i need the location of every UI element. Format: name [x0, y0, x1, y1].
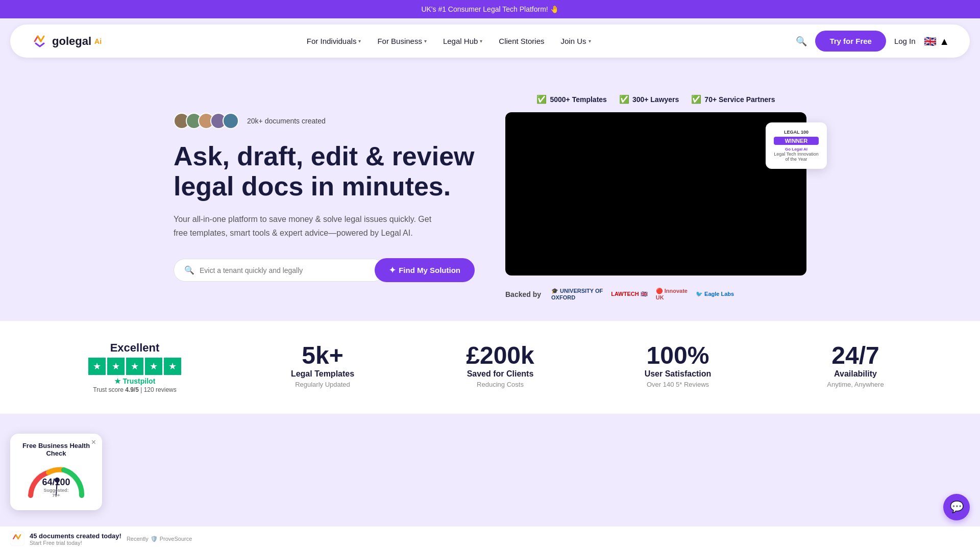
stat-label-availability: Availability — [815, 369, 896, 379]
search-bar: 🔍 ✦ Find My Solution — [174, 258, 475, 282]
docs-created-text: 20k+ documents created — [247, 117, 326, 125]
navbar: golegal Ai For Individuals ▾ For Busines… — [10, 24, 970, 58]
innovate-logo: 🔴 InnovateUK — [656, 288, 688, 300]
avatars — [174, 113, 235, 129]
oxford-logo: 🎓 UNIVERSITY OFOXFORD — [551, 288, 603, 300]
stat-sublabel-templates: Regularly Updated — [282, 381, 363, 388]
badge-top-text: LEGAL 100 — [774, 130, 819, 135]
login-link[interactable]: Log In — [894, 37, 916, 45]
flag-icon[interactable]: 🇬🇧 ▲ — [924, 35, 949, 47]
chevron-down-icon: ▾ — [358, 38, 361, 44]
chevron-down-icon: ▾ — [589, 38, 591, 44]
nav-item-client-stories[interactable]: Client Stories — [499, 37, 544, 45]
winner-badge: LEGAL 100 WINNER Go Legal AI Legal Tech … — [766, 122, 827, 169]
partner-logos: 🎓 UNIVERSITY OFOXFORD LAWTECH 🇬🇧 🔴 Innov… — [551, 288, 734, 300]
eagle-labs-logo: 🐦 Eagle Labs — [696, 291, 734, 297]
stat-lawyers: ✅ 300+ Lawyers — [619, 94, 679, 104]
trust-score: Trust score 4.9/5 | 120 reviews — [84, 386, 186, 393]
nav-link-client-stories[interactable]: Client Stories — [499, 37, 544, 45]
hero-description: Your all-in-one platform to save money &… — [174, 212, 439, 240]
winner-label: WINNER — [774, 137, 819, 145]
video-placeholder — [505, 112, 806, 276]
badge-subtitle: Legal Tech Innovation of the Year — [774, 152, 819, 162]
stat-number-savings: £200k — [459, 341, 541, 369]
stat-sublabel-savings: Reducing Costs — [459, 381, 541, 388]
logo-icon — [31, 32, 49, 51]
nav-item-individuals[interactable]: For Individuals ▾ — [307, 37, 361, 45]
excellent-label: Excellent — [84, 341, 186, 355]
star-4: ★ — [145, 358, 162, 375]
top-banner: UK's #1 Consumer Legal Tech Platform! 🤚 — [0, 0, 980, 18]
stat-templates: ✅ 5000+ Templates — [536, 94, 606, 104]
nav-item-join-us[interactable]: Join Us ▾ — [561, 37, 591, 45]
stat-sublabel-satisfaction: Over 140 5* Reviews — [637, 381, 719, 388]
trustpilot-section: Excellent ★ ★ ★ ★ ★ ★ Trustpilot Trust s… — [84, 341, 186, 393]
hero-left: 20k+ documents created Ask, draft, edit … — [174, 113, 475, 283]
nav-link-legal-hub[interactable]: Legal Hub ▾ — [443, 37, 482, 45]
nav-links: For Individuals ▾ For Business ▾ Legal H… — [307, 37, 591, 45]
backed-label: Backed by — [505, 290, 541, 298]
check-icon: ✅ — [536, 94, 547, 104]
hero-section: 20k+ documents created Ask, draft, edit … — [133, 64, 847, 321]
stat-label-satisfaction: User Satisfaction — [637, 369, 719, 379]
stat-number-templates: 5k+ — [282, 341, 363, 369]
try-free-button[interactable]: Try for Free — [815, 31, 886, 52]
star-3: ★ — [126, 358, 143, 375]
stat-label-templates: Legal Templates — [282, 369, 363, 379]
backed-by: Backed by 🎓 UNIVERSITY OFOXFORD LAWTECH … — [505, 288, 806, 300]
video-container: LEGAL 100 WINNER Go Legal AI Legal Tech … — [505, 112, 806, 276]
nav-right: 🔍 Try for Free Log In 🇬🇧 ▲ — [796, 31, 949, 52]
svg-rect-0 — [31, 32, 49, 51]
stat-label-savings: Saved for Clients — [459, 369, 541, 379]
nav-link-individuals[interactable]: For Individuals ▾ — [307, 37, 361, 45]
stat-number-satisfaction: 100% — [637, 341, 719, 369]
sparkle-icon: ✦ — [389, 265, 396, 275]
logo[interactable]: golegal Ai — [31, 32, 102, 51]
lawtech-logo: LAWTECH 🇬🇧 — [611, 291, 647, 297]
banner-text: UK's #1 Consumer Legal Tech Platform! 🤚 — [421, 5, 558, 13]
nav-item-legal-hub[interactable]: Legal Hub ▾ — [443, 37, 482, 45]
search-button[interactable]: 🔍 — [796, 36, 807, 47]
star-1: ★ — [88, 358, 106, 375]
search-icon: 🔍 — [184, 265, 194, 275]
avatar — [223, 113, 239, 129]
hero-right: ✅ 5000+ Templates ✅ 300+ Lawyers ✅ 70+ S… — [505, 94, 806, 300]
logo-ai: Ai — [94, 37, 102, 45]
find-solution-button[interactable]: ✦ Find My Solution — [375, 258, 475, 282]
stat-block-availability: 24/7 Availability Anytime, Anywhere — [815, 341, 896, 388]
stats-row: ✅ 5000+ Templates ✅ 300+ Lawyers ✅ 70+ S… — [505, 94, 806, 104]
stat-block-satisfaction: 100% User Satisfaction Over 140 5* Revie… — [637, 341, 719, 388]
trust-score-text: Trust score — [93, 386, 125, 393]
stat-number-availability: 24/7 — [815, 341, 896, 369]
docs-created: 20k+ documents created — [174, 113, 475, 129]
chevron-down-icon: ▾ — [480, 38, 482, 44]
nav-link-business[interactable]: For Business ▾ — [377, 37, 427, 45]
logo-text: golegal — [52, 35, 91, 48]
nav-item-business[interactable]: For Business ▾ — [377, 37, 427, 45]
stat-block-templates: 5k+ Legal Templates Regularly Updated — [282, 341, 363, 388]
trustpilot-brand: ★ Trustpilot — [84, 377, 186, 385]
chevron-down-icon: ▾ — [424, 38, 427, 44]
check-icon: ✅ — [619, 94, 629, 104]
nav-link-join-us[interactable]: Join Us ▾ — [561, 37, 591, 45]
badge-brand: Go Legal AI — [774, 147, 819, 152]
star-5: ★ — [164, 358, 181, 375]
hero-title: Ask, draft, edit & review legal docs in … — [174, 141, 475, 203]
search-input[interactable] — [200, 266, 374, 274]
bottom-stats: Excellent ★ ★ ★ ★ ★ ★ Trustpilot Trust s… — [0, 321, 980, 414]
stat-partners: ✅ 70+ Service Partners — [691, 94, 775, 104]
search-input-wrapper: 🔍 — [174, 259, 385, 282]
star-2: ★ — [107, 358, 125, 375]
stat-block-savings: £200k Saved for Clients Reducing Costs — [459, 341, 541, 388]
check-icon: ✅ — [691, 94, 701, 104]
stars-row: ★ ★ ★ ★ ★ — [84, 358, 186, 375]
stat-sublabel-availability: Anytime, Anywhere — [815, 381, 896, 388]
